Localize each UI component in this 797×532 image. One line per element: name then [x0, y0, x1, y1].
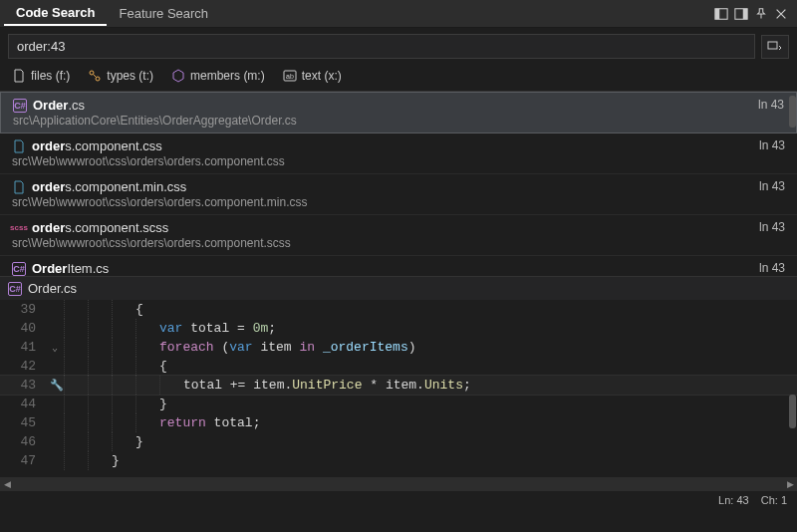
csharp-file-icon: C# — [13, 99, 27, 113]
search-result[interactable]: orders.component.min.css src\Web\wwwroot… — [0, 174, 797, 215]
result-line-label: ln 43 — [751, 138, 785, 152]
code-content: { — [135, 302, 797, 317]
svg-rect-4 — [768, 42, 777, 49]
result-line-label: ln 43 — [751, 261, 785, 275]
indent-guides — [64, 432, 135, 451]
result-path: src\ApplicationCore\Entities\OrderAggreg… — [13, 114, 750, 128]
filter-row: files (f:) types (t:) members (m:) ab te… — [0, 65, 797, 91]
result-line-label: ln 43 — [751, 179, 785, 193]
indent-guides — [64, 338, 159, 357]
search-result[interactable]: orders.component.css src\Web\wwwroot\css… — [0, 133, 797, 174]
result-path: src\Web\wwwroot\css\orders\orders.compon… — [12, 236, 751, 250]
scroll-right-arrow[interactable]: ▶ — [783, 477, 797, 491]
svg-rect-1 — [715, 8, 719, 19]
search-options-dropdown[interactable] — [761, 35, 789, 59]
css-file-icon — [12, 180, 26, 194]
close-icon[interactable] — [773, 6, 789, 22]
window-dock-right-icon[interactable] — [733, 6, 749, 22]
tab-code-search[interactable]: Code Search — [4, 1, 107, 26]
code-line[interactable]: 45return total; — [0, 413, 797, 432]
title-bar: Code Search Feature Search — [0, 0, 797, 28]
code-content: return total; — [159, 415, 797, 430]
code-content: { — [159, 359, 797, 374]
indent-guides — [64, 451, 112, 470]
code-editor[interactable]: 39{40var total = 0m;41⌄foreach (var item… — [0, 300, 797, 477]
pin-icon[interactable] — [753, 6, 769, 22]
code-line[interactable]: 47} — [0, 451, 797, 470]
result-line-label: ln 43 — [750, 98, 784, 112]
svg-point-5 — [90, 71, 94, 75]
results-scrollbar[interactable] — [787, 92, 797, 276]
results-list: C# Order.cs src\ApplicationCore\Entities… — [0, 91, 797, 276]
filter-files[interactable]: files (f:) — [12, 69, 70, 83]
members-icon — [171, 69, 185, 83]
line-number: 42 — [0, 359, 46, 374]
results-scrollbar-thumb[interactable] — [789, 96, 796, 128]
css-file-icon — [12, 139, 26, 153]
line-number: 41 — [0, 340, 46, 355]
code-line[interactable]: 39{ — [0, 300, 797, 319]
indent-guides — [64, 376, 183, 395]
fold-indicator[interactable]: ⌄ — [46, 342, 64, 354]
code-content: foreach (var item in _orderItems) — [159, 340, 797, 355]
code-content: } — [159, 397, 797, 411]
svg-rect-3 — [743, 8, 747, 19]
result-path: src\Web\wwwroot\css\orders\orders.compon… — [12, 154, 751, 168]
code-line[interactable]: 44} — [0, 395, 797, 413]
result-filename: orders.component.css — [32, 138, 162, 153]
line-number: 43 — [0, 378, 46, 393]
search-result[interactable]: scss orders.component.scss src\Web\wwwro… — [0, 215, 797, 256]
code-content: var total = 0m; — [159, 321, 797, 336]
file-icon — [12, 69, 26, 83]
code-line[interactable]: 46} — [0, 432, 797, 451]
line-number: 47 — [0, 453, 46, 468]
text-icon: ab — [283, 69, 297, 83]
code-line[interactable]: 42{ — [0, 357, 797, 376]
types-icon — [88, 69, 102, 83]
indent-guides — [64, 395, 159, 413]
indent-guides — [64, 413, 159, 432]
scroll-left-arrow[interactable]: ◀ — [0, 477, 14, 491]
filter-types[interactable]: types (t:) — [88, 69, 153, 83]
line-number: 39 — [0, 302, 46, 317]
screwdriver-icon[interactable]: 🔧 — [50, 379, 64, 392]
result-filename: OrderItem.cs — [32, 261, 109, 276]
horizontal-scrollbar[interactable]: ◀ ▶ — [0, 477, 797, 491]
search-input[interactable] — [8, 34, 755, 59]
editor-scrollbar-thumb[interactable] — [789, 395, 796, 428]
svg-text:ab: ab — [286, 73, 294, 80]
filter-text[interactable]: ab text (x:) — [283, 69, 342, 83]
editor-filename: Order.cs — [28, 281, 77, 296]
result-filename: orders.component.min.css — [32, 179, 186, 194]
line-number: 44 — [0, 397, 46, 411]
line-number: 46 — [0, 434, 46, 449]
status-line: Ln: 43 — [718, 494, 749, 506]
code-content: } — [112, 453, 797, 468]
result-filename: Order.cs — [33, 98, 85, 113]
code-line[interactable]: 43🔧total += item.UnitPrice * item.Units; — [0, 376, 797, 395]
code-line[interactable]: 40var total = 0m; — [0, 319, 797, 338]
filter-members-label: members (m:) — [190, 69, 265, 83]
status-char: Ch: 1 — [761, 494, 787, 506]
filter-members[interactable]: members (m:) — [171, 69, 265, 83]
line-number: 45 — [0, 415, 46, 430]
scss-file-icon: scss — [12, 221, 26, 235]
window-dock-left-icon[interactable] — [713, 6, 729, 22]
search-result[interactable]: C# OrderItem.cs ln 43 — [0, 256, 797, 276]
indent-guides — [64, 357, 159, 376]
hscroll-track[interactable] — [14, 479, 783, 489]
csharp-file-icon: C# — [8, 282, 22, 296]
tab-feature-search[interactable]: Feature Search — [107, 2, 220, 25]
search-row — [0, 28, 797, 65]
search-result[interactable]: C# Order.cs src\ApplicationCore\Entities… — [0, 92, 797, 133]
code-line[interactable]: 41⌄foreach (var item in _orderItems) — [0, 338, 797, 357]
result-path: src\Web\wwwroot\css\orders\orders.compon… — [12, 195, 751, 209]
csharp-file-icon: C# — [12, 262, 26, 276]
filter-types-label: types (t:) — [107, 69, 153, 83]
editor-scrollbar[interactable] — [787, 300, 797, 477]
indent-guides — [64, 300, 135, 319]
svg-point-6 — [96, 77, 100, 81]
filter-files-label: files (f:) — [31, 69, 70, 83]
result-filename: orders.component.scss — [32, 220, 168, 235]
status-bar: Ln: 43 Ch: 1 — [0, 491, 797, 509]
